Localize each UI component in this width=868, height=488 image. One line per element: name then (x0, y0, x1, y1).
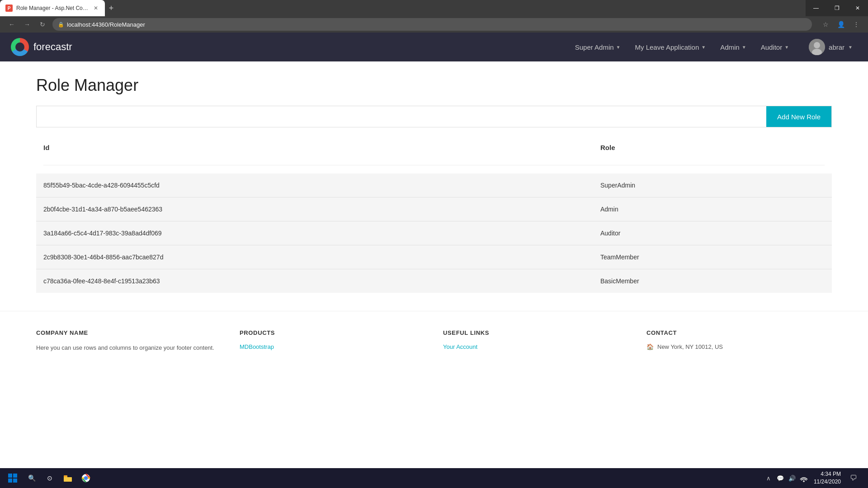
page-title: Role Manager (36, 76, 832, 95)
tab-favicon: P (5, 5, 13, 12)
taskbar-task-view-button[interactable]: ⊙ (42, 470, 58, 486)
address-text: New York, NY 10012, US (657, 343, 723, 350)
cell-role: TeamMember (593, 245, 832, 269)
taskbar: 🔍 ⊙ ∧ 💬 🔊 (0, 468, 868, 488)
taskbar-right: ∧ 💬 🔊 4:34 PM 11/24/2020 🗩 (760, 470, 864, 486)
footer-col-contact: CONTACT 🏠 New York, NY 10012, US (646, 329, 832, 354)
svg-rect-6 (13, 479, 17, 483)
taskbar-chrome-button[interactable] (78, 470, 94, 486)
url-text: localhost:44360/RoleManager (67, 21, 145, 28)
new-tab-button[interactable]: + (105, 2, 118, 14)
brand-name[interactable]: forecastr (33, 41, 72, 53)
tab-close-button[interactable]: ✕ (92, 5, 99, 12)
super-admin-dropdown-arrow: ▼ (616, 45, 621, 50)
navbar: forecastr Super Admin ▼ My Leave Applica… (0, 33, 868, 61)
navbar-nav: Super Admin ▼ My Leave Application ▼ Adm… (569, 40, 795, 55)
footer-contact-title: CONTACT (646, 329, 832, 336)
cell-id: c78ca36a-0fee-4248-8e4f-c19513a23b63 (36, 269, 593, 293)
brand-logo (11, 38, 29, 56)
taskbar-notification-button[interactable]: 🗩 (846, 471, 861, 485)
add-new-role-button[interactable]: Add New Role (766, 106, 831, 127)
profile-button[interactable]: 👤 (835, 18, 847, 31)
footer: COMPANY NAME Here you can use rows and c… (0, 311, 868, 367)
browser-content: forecastr Super Admin ▼ My Leave Applica… (0, 33, 868, 488)
table-row: 3a184a66-c5c4-4d17-983c-39a8ad4df069 Aud… (36, 221, 832, 245)
cell-id: 3a184a66-c5c4-4d17-983c-39a8ad4df069 (36, 221, 593, 245)
cell-id: 2b0f4cbe-31d1-4a34-a870-b5aee5462363 (36, 197, 593, 221)
forward-button[interactable]: → (21, 18, 33, 31)
footer-link-your-account[interactable]: Your Account (443, 343, 628, 350)
cell-id: 85f55b49-5bac-4cde-a428-6094455c5cfd (36, 174, 593, 197)
user-name: abrar (829, 43, 844, 51)
taskbar-time-text: 4:34 PM (814, 470, 841, 478)
taskbar-volume-icon[interactable]: 🔊 (788, 474, 797, 483)
bookmark-button[interactable]: ☆ (819, 18, 832, 31)
taskbar-file-explorer-button[interactable] (60, 470, 76, 486)
table-header: Id Role (36, 138, 832, 174)
window-controls: — ❐ ✕ (806, 0, 868, 16)
cell-role: SuperAdmin (593, 174, 832, 197)
table-header-row: Id Role (36, 138, 832, 157)
table-row: c78ca36a-0fee-4248-8e4f-c19513a23b63 Bas… (36, 269, 832, 293)
leave-application-dropdown-arrow: ▼ (701, 45, 706, 50)
cell-role: BasicMember (593, 269, 832, 293)
menu-button[interactable]: ⋮ (850, 18, 863, 31)
avatar (809, 39, 825, 55)
user-dropdown-arrow: ▼ (848, 45, 853, 50)
cell-role: Admin (593, 197, 832, 221)
taskbar-chat-icon[interactable]: 💬 (776, 474, 785, 483)
nav-admin[interactable]: Admin ▼ (714, 40, 752, 55)
maximize-button[interactable]: ❐ (826, 0, 847, 16)
back-button[interactable]: ← (5, 18, 18, 31)
footer-grid: COMPANY NAME Here you can use rows and c… (36, 329, 832, 354)
nav-buttons: ← → ↻ (5, 18, 49, 31)
navbar-user[interactable]: abrar ▼ (804, 36, 857, 58)
taskbar-clock[interactable]: 4:34 PM 11/24/2020 (810, 470, 844, 486)
main-content: Role Manager Add New Role Id Role 85f55b… (0, 61, 868, 311)
footer-useful-links-title: USEFUL LINKS (443, 329, 628, 336)
search-input[interactable] (37, 106, 766, 127)
browser-tab-bar: P Role Manager - Asp.Net Core Po... ✕ + (0, 0, 868, 16)
svg-point-12 (803, 480, 805, 482)
table-row: 2c9b8308-30e1-46b4-8856-aac7bcae827d Tea… (36, 245, 832, 269)
browser-address-bar: ← → ↻ 🔒 localhost:44360/RoleManager ☆ 👤 … (0, 16, 868, 33)
close-button[interactable]: ✕ (847, 0, 868, 16)
nav-my-leave-application[interactable]: My Leave Application ▼ (629, 40, 712, 55)
lock-icon: 🔒 (58, 22, 64, 28)
browser-action-buttons: ☆ 👤 ⋮ (819, 18, 863, 31)
reload-button[interactable]: ↻ (36, 18, 49, 31)
footer-col-useful-links: USEFUL LINKS Your Account (443, 329, 628, 354)
taskbar-system-icons: ∧ 💬 🔊 (764, 474, 808, 483)
footer-company-title: COMPANY NAME (36, 329, 222, 336)
taskbar-chevron-icon[interactable]: ∧ (764, 474, 773, 483)
svg-point-1 (814, 42, 820, 48)
minimize-button[interactable]: — (806, 0, 826, 16)
table-row: 85f55b49-5bac-4cde-a428-6094455c5cfd Sup… (36, 174, 832, 197)
brand-logo-inner (15, 42, 24, 52)
svg-rect-3 (8, 474, 12, 478)
svg-rect-5 (8, 479, 12, 483)
admin-dropdown-arrow: ▼ (742, 45, 746, 50)
footer-company-text: Here you can use rows and columns to org… (36, 343, 222, 353)
nav-super-admin[interactable]: Super Admin ▼ (569, 40, 627, 55)
footer-contact-address: 🏠 New York, NY 10012, US (646, 343, 832, 350)
footer-link-mdbootstrap[interactable]: MDBootstrap (240, 343, 425, 350)
svg-rect-4 (13, 474, 17, 478)
svg-point-11 (84, 476, 88, 480)
roles-table-body: 85f55b49-5bac-4cde-a428-6094455c5cfd Sup… (36, 174, 832, 293)
start-button[interactable] (4, 469, 22, 487)
brand: forecastr (11, 38, 72, 56)
footer-products-title: PRODUCTS (240, 329, 425, 336)
svg-rect-8 (64, 477, 72, 482)
nav-auditor[interactable]: Auditor ▼ (755, 40, 795, 55)
home-icon: 🏠 (646, 343, 654, 350)
browser-wrapper: P Role Manager - Asp.Net Core Po... ✕ + … (0, 0, 868, 488)
browser-tab-active[interactable]: P Role Manager - Asp.Net Core Po... ✕ (0, 0, 105, 16)
auditor-dropdown-arrow: ▼ (784, 45, 789, 50)
url-box[interactable]: 🔒 localhost:44360/RoleManager (52, 18, 812, 31)
taskbar-network-icon[interactable] (799, 474, 808, 483)
roles-table: Id Role 85f55b49-5bac-4cde-a428-6094455c… (36, 138, 832, 293)
footer-col-company: COMPANY NAME Here you can use rows and c… (36, 329, 222, 354)
taskbar-search-button[interactable]: 🔍 (24, 470, 40, 486)
col-id: Id (36, 138, 593, 157)
